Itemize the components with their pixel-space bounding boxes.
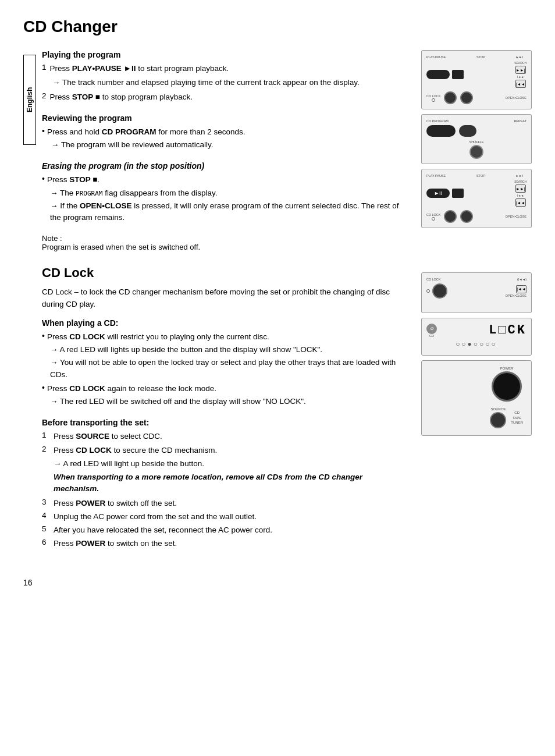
transport-step-6: 6 Press POWER to switch on the set. [42,538,410,549]
cdlock-arrow-text-3: → The red LED will be switched off and t… [50,397,306,406]
transport-arrow-text-1: → A red LED will light up beside the but… [54,459,204,468]
diag3-cdlock-led [432,217,435,221]
note-text: Program is erased when the set is switch… [42,243,200,251]
diag3-searchfwd-label: ►►I [516,174,523,178]
diag3-round-btn-1 [444,210,457,223]
diag2-cdprogram-label: CD PROGRAM [426,119,449,123]
diag1-cdlock-led [432,98,435,102]
step-1-arrow-text: → The track number and elapsed playing t… [52,77,410,88]
diag3-openclose-area: OPEN•CLOSE [506,215,526,218]
cdlock-arrow-2: → You will not be able to open the locke… [42,357,410,381]
cdlock-bullet-1: • Press CD LOCK will restrict you to pla… [42,331,410,343]
cd-lock-section: CD Lock CD Lock – to lock the CD changer… [42,265,410,549]
power-bold-2: POWER [76,539,105,548]
diag1-search-fwd-btn: ►►| [515,66,526,74]
diag3-round-btn-2 [460,210,473,223]
diag3-cdlock-area: CD LOCK [426,213,440,221]
page-title: CD Changer [23,17,532,36]
diag3-search-label: SEARCH [514,180,526,183]
diag1-openclose-area: OPEN•CLOSE [506,96,526,100]
diag6-source-area: SOURCE CDTAPETUNER [490,407,523,428]
diag1-cdlock-area: CD LOCK [426,94,440,102]
diag3-search-fwd-btn: ►►| [515,184,526,193]
erasing-program-heading: Erasing the program (in the stop positio… [42,161,410,171]
cdlock-text-2: Press CD LOCK again to release the lock … [47,383,216,395]
diag1-openclose-label: OPEN•CLOSE [506,96,526,100]
diag1-playpause-btn [426,70,450,79]
reviewing-program-section: Reviewing the program • Press and hold C… [42,113,410,151]
diagram-5: ⊙ CD L□CK ○○●○○○○ [421,318,532,356]
step-1-num: 1 [42,63,47,74]
review-arrow: → The program will be reviewed automatic… [42,139,410,151]
step-2-num: 2 [42,91,47,103]
diag6-power-btn [492,371,522,402]
play-pause-bold: PLAY•PAUSE ►II [72,64,136,73]
diag3-stop-btn [452,189,464,198]
transport-step-5: 5 After you have relocated the set, reco… [42,524,410,536]
diag5-cd-icon: ⊙ [426,324,437,334]
diag5-lock-text: L□CK [489,323,526,338]
transport-arrow-1: → A red LED will light up beside the but… [42,458,410,470]
diag1-round-btn-1 [444,91,457,104]
transport-step-2: 2 Press CD LOCK to secure the CD mechani… [42,445,410,456]
diag2-repeat-label: REPEAT [514,119,526,123]
diag1-right-btns: SEARCH ►►| I◄◄ |◄◄ [514,61,526,88]
playing-program-heading: Playing the program [42,50,410,59]
cd-lock-bold-1: CD LOCK [69,332,105,341]
power-bold-1: POWER [76,499,105,507]
erase-text-1: Press STOP ■. [47,174,99,186]
diag3-cdlock-label: CD LOCK [426,213,440,216]
erase-bullet-1: • Press STOP ■. [42,174,410,186]
transport-step-2-text: Press CD LOCK to secure the CD mechanism… [54,445,217,456]
diagrams-column: PLAY-PAUSE STOP ►►I SEARCH ►►| I◄◄ |◄◄ [421,50,532,560]
before-transporting-heading: Before transporting the set: [42,418,410,427]
diag4-led [426,289,430,293]
diag3-playpause-btn: ►II [426,189,450,198]
note-section: Note : Program is erased when the set is… [42,234,410,251]
note-label: Note : [42,234,62,243]
diagram-3: PLAY-PAUSE STOP ►►I ►II SEARCH ►►| I◄◄ |… [421,169,532,228]
diag1-search-fwd-label: ►►I [516,55,523,59]
transport-step-4-text: Unplug the AC power cord from the set an… [54,511,257,523]
transport-italic: When transporting to a more remote locat… [42,471,410,495]
erase-arrow-text-1: → The PROGRAM flag disappears from the d… [50,189,218,197]
step-1: 1 Press PLAY•PAUSE ►II to start program … [42,63,410,74]
transport-step-4: 4 Unplug the AC power cord from the set … [42,511,410,523]
cdlock-arrow-1: → A red LED will lights up beside the bu… [42,344,410,356]
diag2-shuffle-btn [469,145,483,159]
diagram-2: CD PROGRAM REPEAT SHUFFLE [421,114,532,164]
diag1-search-label: SEARCH [514,61,526,65]
step-2: 2 Press STOP ■ to stop program playback. [42,91,410,103]
transport-step-3: 3 Press POWER to switch off the set. [42,498,410,509]
diag1-cdlock-label: CD LOCK [426,94,440,98]
diag2-cdprogram-btn [426,125,456,137]
diagram-4: CD LOCK (I◄◄) |◄◄ OPEN•CLOSE [421,272,532,313]
when-playing-section: When playing a CD: • Press CD LOCK will … [42,318,410,408]
diag3-stop-label: STOP [476,174,485,178]
step-2-text: Press STOP ■ to stop program playback. [50,91,193,103]
diag3-openclose-label: OPEN•CLOSE [506,215,526,218]
diag1-search-bwd-btn: |◄◄ [515,80,526,88]
page-number: 16 [23,578,532,587]
diagram-1: PLAY-PAUSE STOP ►►I SEARCH ►►| I◄◄ |◄◄ [421,50,532,109]
diag6-cdtape-label: CDTAPETUNER [511,410,523,425]
diag6-source-btn [490,412,506,428]
stop-bold-2: STOP ■ [69,175,97,184]
erasing-program-section: Erasing the program (in the stop positio… [42,161,410,223]
source-bold: SOURCE [76,432,109,441]
diag5-cd-label: CD [429,334,434,338]
diag6-source-label: SOURCE [490,407,506,411]
erase-arrow-2: → If the OPEN•CLOSE is pressed, it will … [42,200,410,224]
transport-step-6-text: Press POWER to switch on the set. [54,538,177,549]
diag3-search-bwd-label: I◄◄ [517,194,524,197]
text-content: Playing the program 1 Press PLAY•PAUSE ►… [42,50,410,560]
diag1-stop-label: STOP [476,55,485,59]
cd-lock-title: CD Lock [42,265,410,281]
diag2-repeat-btn [459,125,476,137]
diag6-power-label: POWER [500,367,514,370]
open-close-bold: OPEN•CLOSE [80,201,132,210]
before-transporting-section: Before transporting the set: 1 Press SOU… [42,418,410,549]
reviewing-program-heading: Reviewing the program [42,113,410,123]
diag3-search-bwd-btn: |◄◄ [515,198,526,207]
cdlock-arrow-3: → The red LED will be switched off and t… [42,396,410,407]
